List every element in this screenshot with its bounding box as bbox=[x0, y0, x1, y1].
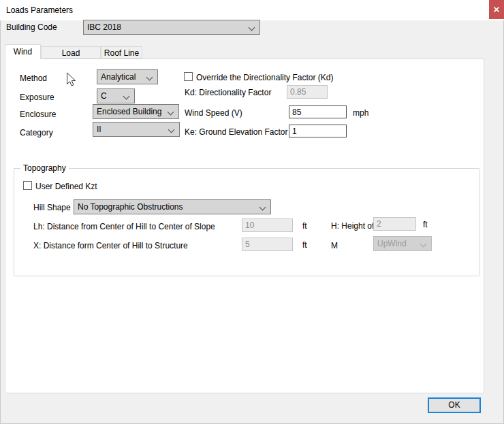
chevron-down-icon bbox=[259, 204, 266, 211]
tab-roof-line[interactable]: Roof Line bbox=[101, 46, 142, 59]
ok-button[interactable]: OK bbox=[428, 397, 481, 413]
ok-button-label: OK bbox=[448, 400, 460, 410]
chevron-down-icon bbox=[146, 74, 153, 81]
chevron-down-icon bbox=[168, 127, 175, 133]
enclosure-value: Enclosed Building bbox=[97, 107, 161, 116]
chevron-down-icon bbox=[249, 25, 255, 31]
user-defined-kzt-label: User Defined Kzt bbox=[35, 182, 97, 191]
tab-wind[interactable]: Wind bbox=[5, 44, 41, 59]
lh-label: Lh: Distance from Center of Hill to Cent… bbox=[33, 222, 215, 231]
ke-label: Ke: Ground Elevation Factor bbox=[185, 127, 287, 137]
building-code-value: IBC 2018 bbox=[87, 22, 121, 32]
category-value: II bbox=[97, 125, 101, 134]
m-label: M bbox=[331, 241, 338, 250]
tab-load-combination[interactable]: Load Combination bbox=[41, 46, 101, 59]
exposure-select[interactable]: C bbox=[97, 88, 135, 103]
building-code-label: Building Code bbox=[6, 22, 57, 32]
title-bar: Loads Parameters bbox=[0, 0, 504, 20]
hill-shape-select[interactable]: No Topographic Obstructions bbox=[74, 199, 271, 214]
x-distance-label: X: Distance form Center of Hill to Struc… bbox=[33, 241, 188, 250]
h-input bbox=[373, 217, 416, 231]
loads-parameters-dialog: Loads Parameters Building Code IBC 2018 … bbox=[0, 0, 504, 424]
close-button[interactable] bbox=[489, 0, 504, 19]
m-select: UpWind bbox=[373, 236, 432, 251]
lh-unit: ft bbox=[302, 221, 307, 231]
kd-input bbox=[287, 85, 328, 99]
hill-shape-value: No Topographic Obstructions bbox=[78, 202, 183, 212]
m-value: UpWind bbox=[377, 239, 407, 248]
ke-input[interactable] bbox=[289, 125, 347, 137]
wind-speed-unit: mph bbox=[353, 108, 368, 118]
wind-tab-page: Method Analytical Exposure C Enclosure E… bbox=[5, 59, 484, 393]
topography-title: Topography bbox=[20, 163, 69, 173]
kd-label: Kd: Directionality Factor bbox=[185, 88, 271, 97]
exposure-label: Exposure bbox=[20, 93, 54, 102]
category-label: Category bbox=[20, 128, 53, 137]
enclosure-select[interactable]: Enclosed Building bbox=[93, 104, 179, 119]
building-code-select[interactable]: IBC 2018 bbox=[83, 20, 260, 35]
exposure-value: C bbox=[101, 91, 107, 101]
user-defined-kzt-checkbox[interactable] bbox=[23, 181, 32, 190]
wind-speed-label: Wind Speed (V) bbox=[185, 108, 242, 118]
hill-shape-label: Hill Shape bbox=[33, 203, 71, 212]
dialog-title: Loads Parameters bbox=[6, 5, 73, 15]
chevron-down-icon bbox=[123, 93, 130, 100]
chevron-down-icon bbox=[420, 241, 427, 248]
x-distance-unit: ft bbox=[302, 240, 307, 250]
override-kd-label: Override the Directionality Factor (Kd) bbox=[196, 73, 333, 82]
method-value: Analytical bbox=[101, 72, 136, 82]
tab-wind-label: Wind bbox=[14, 47, 32, 56]
x-distance-input bbox=[242, 238, 293, 251]
method-label: Method bbox=[20, 74, 47, 83]
category-select[interactable]: II bbox=[93, 122, 180, 137]
chevron-down-icon bbox=[168, 109, 174, 116]
override-kd-checkbox[interactable] bbox=[184, 72, 193, 81]
enclosure-label: Enclosure bbox=[20, 110, 56, 119]
tab-roof-line-label: Roof Line bbox=[104, 48, 139, 58]
method-select[interactable]: Analytical bbox=[97, 69, 158, 84]
close-icon bbox=[494, 7, 499, 12]
h-unit: ft bbox=[423, 220, 428, 229]
lh-input bbox=[242, 218, 293, 232]
wind-speed-input[interactable] bbox=[289, 105, 347, 118]
